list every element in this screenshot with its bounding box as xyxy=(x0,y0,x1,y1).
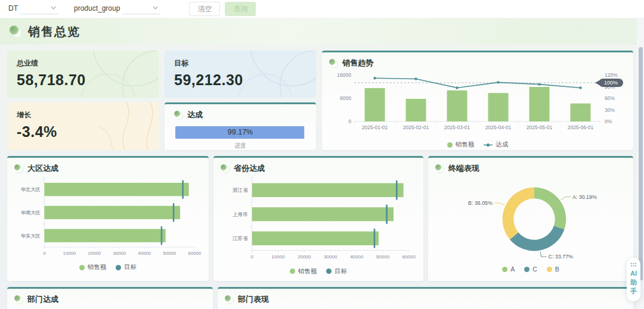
svg-text:100%: 100% xyxy=(604,80,618,86)
legend-label: 达成 xyxy=(496,141,508,149)
dt-filter-select[interactable] xyxy=(20,4,58,14)
card-title: 终端表现 xyxy=(448,163,479,174)
dept-achievement-card: 部门达成 xyxy=(7,287,213,309)
kpi-card-target: 目标 59,212.30 xyxy=(165,51,316,98)
svg-text:B: 36.05%: B: 36.05% xyxy=(468,200,493,206)
legend-item[interactable]: B xyxy=(547,266,559,273)
svg-text:50000: 50000 xyxy=(163,251,177,256)
legend-label: B xyxy=(555,266,559,273)
kpi-label: 增长 xyxy=(17,110,149,120)
line-marker-icon xyxy=(484,143,493,147)
svg-text:2025-03-01: 2025-03-01 xyxy=(444,124,470,130)
legend-item[interactable]: 目标 xyxy=(326,267,347,276)
kpi-card-growth: 增长 -3.4% xyxy=(7,102,159,150)
query-button[interactable]: 查询 xyxy=(225,2,256,16)
svg-text:50000: 50000 xyxy=(376,254,390,260)
dot-marker-icon xyxy=(524,267,530,272)
legend-item[interactable]: 目标 xyxy=(116,263,137,271)
svg-text:2025-06-01: 2025-06-01 xyxy=(568,124,594,130)
legend-label: A xyxy=(510,266,515,273)
svg-text:60000: 60000 xyxy=(188,251,202,256)
legend-label: 目标 xyxy=(124,263,137,271)
dot-marker-icon xyxy=(79,265,85,270)
region-chart[interactable]: 0100002000030000400005000060000华北大区华南大区华… xyxy=(14,174,202,262)
scrollbar-thumb[interactable] xyxy=(639,47,643,280)
terminal-card: 终端表现 A: 30.19%C: 33.77%B: 36.05% ACB xyxy=(428,156,633,281)
chevron-down-icon xyxy=(153,6,158,10)
legend-label: 销售额 xyxy=(88,263,107,271)
dt-filter[interactable]: DT xyxy=(8,4,58,14)
dashboard-content: 总业绩 58,718.70 目标 59,212.30 增长 xyxy=(0,45,644,309)
page-header: 销售总览 xyxy=(0,18,644,45)
svg-text:2025-02-01: 2025-02-01 xyxy=(403,124,429,130)
kpi-value: 58,718.70 xyxy=(17,71,149,89)
svg-text:120%: 120% xyxy=(605,72,618,78)
legend-item[interactable]: C xyxy=(524,266,537,273)
legend-item[interactable]: 销售额 xyxy=(290,267,317,276)
kpi-value: 59,212.30 xyxy=(174,71,306,89)
legend-item[interactable]: 销售额 xyxy=(79,263,107,271)
dot-marker-icon xyxy=(326,269,332,274)
province-chart[interactable]: 0100002000030000400005000060000浙江省上海市江苏省 xyxy=(221,174,416,266)
kpi-label: 总业绩 xyxy=(17,58,149,68)
card-title: 销售趋势 xyxy=(342,58,373,68)
card-title-icon xyxy=(225,295,234,304)
svg-text:40000: 40000 xyxy=(138,251,151,256)
dot-marker-icon xyxy=(502,267,507,272)
card-title: 达成 xyxy=(187,110,203,120)
svg-text:30000: 30000 xyxy=(113,251,126,256)
legend-label: 销售额 xyxy=(298,267,317,276)
svg-text:20000: 20000 xyxy=(298,254,311,260)
dot-marker-icon xyxy=(447,142,453,148)
filter-bar: DT product_group 清空 查询 xyxy=(0,0,644,18)
svg-text:20000: 20000 xyxy=(88,251,101,256)
clear-button[interactable]: 清空 xyxy=(189,2,220,16)
card-title-icon xyxy=(435,164,444,173)
legend-item[interactable]: 达成 xyxy=(484,141,508,149)
progress-caption: 进度 xyxy=(175,142,305,150)
svg-text:60000: 60000 xyxy=(402,254,416,260)
product-group-filter-label: product_group xyxy=(74,4,120,14)
svg-text:上海市: 上海市 xyxy=(233,211,248,217)
chevron-down-icon xyxy=(51,6,56,10)
trend-chart[interactable]: 08000160000%30%60%90%120%2025-01-012025-… xyxy=(329,69,626,139)
svg-text:C: 33.77%: C: 33.77% xyxy=(549,254,574,260)
card-title: 部门表现 xyxy=(238,294,269,305)
dot-marker-icon xyxy=(116,265,121,270)
svg-text:8000: 8000 xyxy=(340,95,351,101)
trend-legend: 销售额 达成 xyxy=(329,139,626,150)
svg-text:40000: 40000 xyxy=(350,254,364,260)
svg-text:16000: 16000 xyxy=(337,72,351,78)
region-legend: 销售额目标 xyxy=(14,262,202,273)
legend-item[interactable]: 销售额 xyxy=(447,141,475,149)
card-title: 大区达成 xyxy=(27,163,58,174)
card-title-icon xyxy=(14,164,23,173)
svg-text:江苏省: 江苏省 xyxy=(233,235,248,241)
kpi-card-total: 总业绩 58,718.70 xyxy=(7,51,159,98)
product-group-filter-select[interactable] xyxy=(122,4,160,14)
page-title-icon xyxy=(10,26,22,38)
card-title-icon xyxy=(14,295,23,304)
svg-text:0: 0 xyxy=(43,251,45,256)
terminal-legend: ACB xyxy=(435,264,626,274)
kpi-value: -3.4% xyxy=(17,123,149,141)
legend-label: C xyxy=(532,266,537,273)
ai-assistant-button[interactable]: AI助手 xyxy=(627,258,640,301)
svg-text:华北大区: 华北大区 xyxy=(21,187,41,192)
progress-bar: 99.17% xyxy=(175,126,305,139)
product-group-filter[interactable]: product_group xyxy=(74,4,160,14)
legend-label: 销售额 xyxy=(456,141,475,149)
legend-item[interactable]: A xyxy=(502,266,515,273)
terminal-donut-chart[interactable]: A: 30.19%C: 33.77%B: 36.05% xyxy=(435,174,626,264)
card-title-icon xyxy=(221,164,230,173)
card-title: 部门达成 xyxy=(27,294,58,305)
dt-filter-label: DT xyxy=(8,4,18,14)
progress-value: 99.17% xyxy=(175,126,305,139)
svg-text:0: 0 xyxy=(348,118,351,124)
svg-text:2025-04-01: 2025-04-01 xyxy=(485,124,512,130)
svg-text:30%: 30% xyxy=(605,107,615,113)
svg-text:0%: 0% xyxy=(605,118,612,124)
achievement-card: 达成 99.17% 进度 xyxy=(165,102,316,150)
ai-assistant-label: AI助手 xyxy=(629,269,638,296)
svg-text:30000: 30000 xyxy=(324,254,338,260)
